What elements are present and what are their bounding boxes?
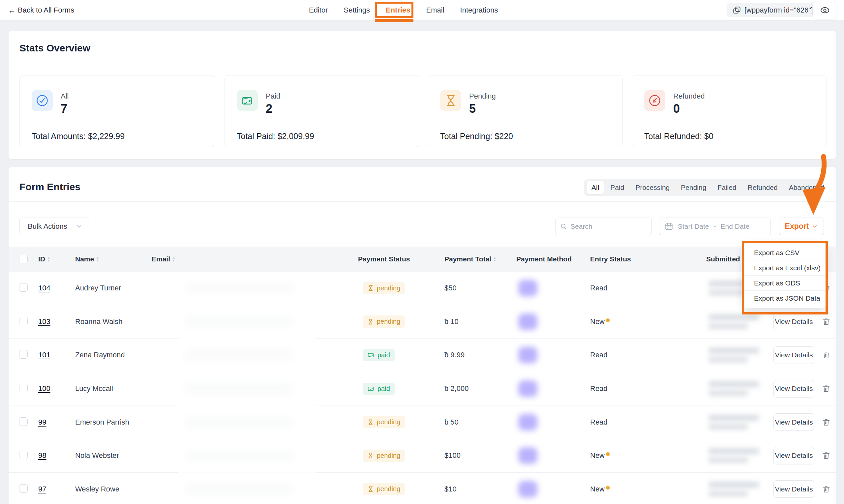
row-checkbox-cell — [8, 417, 35, 427]
redacted-line — [709, 348, 759, 353]
back-to-all-forms-button[interactable]: ← Back to All Forms — [0, 0, 75, 20]
entry-status-label: Read — [590, 284, 608, 292]
view-details-button[interactable]: View Details — [773, 346, 814, 364]
entry-id-link[interactable]: 100 — [38, 384, 51, 393]
filter-paid[interactable]: Paid — [606, 181, 629, 194]
entry-id-link[interactable]: 103 — [38, 318, 51, 326]
divider — [32, 125, 202, 125]
delete-entry-button[interactable] — [822, 485, 831, 494]
table-row: 103Roanna Walshpendingƀ 10New●View Detai… — [8, 305, 836, 339]
row-checkbox[interactable] — [19, 350, 28, 359]
delete-entry-button[interactable] — [822, 317, 831, 326]
table-header-row: ID▴▾ Name▴▾ Email▴▾ Payment Status Payme… — [8, 247, 836, 272]
entry-status-cell: Read — [587, 418, 703, 427]
payment-total: $100 — [445, 451, 461, 460]
payment-status-label: paid — [377, 385, 390, 393]
divider — [8, 201, 836, 202]
tab-editor[interactable]: Editor — [309, 6, 328, 15]
export-menu-item-1[interactable]: Export as Excel (xlsv) — [744, 260, 826, 275]
payment-status-badge: pending — [363, 450, 405, 462]
entry-status: New● — [590, 485, 611, 493]
export-menu-item-3[interactable]: Export as JSON Data — [744, 291, 826, 306]
payment-method-redacted-badge — [518, 380, 537, 397]
sort-icon[interactable]: ▴▾ — [494, 256, 496, 262]
export-button[interactable]: Export — [779, 218, 824, 235]
entry-email-cell — [148, 316, 355, 327]
row-checkbox[interactable] — [19, 384, 28, 392]
sort-icon[interactable]: ▴▾ — [48, 256, 50, 262]
payment-method-cell — [513, 380, 587, 397]
payment-total: ƀ 2,000 — [445, 384, 468, 393]
export-menu-item-0[interactable]: Export as CSV — [744, 245, 826, 260]
row-checkbox[interactable] — [19, 283, 28, 292]
tab-settings[interactable]: Settings — [343, 6, 370, 15]
entry-email-cell — [148, 383, 355, 394]
view-details-button[interactable]: View Details — [773, 447, 814, 465]
filter-pending[interactable]: Pending — [676, 181, 711, 194]
view-details-button[interactable]: View Details — [773, 313, 814, 330]
payment-status-label: pending — [377, 318, 400, 325]
filter-abandoned[interactable]: Abandoned — [784, 181, 829, 194]
filter-refunded[interactable]: Refunded — [743, 181, 782, 194]
view-details-button[interactable]: View Details — [773, 380, 814, 398]
chevron-down-icon — [811, 223, 818, 230]
row-actions-cell: View Details — [773, 346, 836, 364]
select-all-checkbox[interactable] — [19, 255, 28, 263]
entry-id-link[interactable]: 101 — [38, 351, 51, 359]
row-checkbox[interactable] — [19, 317, 28, 325]
filter-processing[interactable]: Processing — [631, 181, 674, 194]
row-checkbox[interactable] — [19, 484, 28, 493]
column-header-email[interactable]: Email▴▾ — [148, 255, 355, 263]
entry-id-link[interactable]: 97 — [38, 485, 46, 493]
sort-icon[interactable]: ▴▾ — [96, 256, 98, 262]
bulk-actions-label: Bulk Actions — [28, 222, 67, 231]
preview-button[interactable] — [812, 1, 838, 19]
payment-status-cell: pending — [355, 450, 441, 462]
hourglass-icon — [367, 285, 374, 291]
filter-failed[interactable]: Failed — [713, 181, 741, 194]
column-header-name[interactable]: Name▴▾ — [72, 255, 148, 263]
entry-status-label: New — [590, 318, 605, 326]
end-date-placeholder[interactable]: End Date — [721, 222, 750, 230]
view-details-button[interactable]: View Details — [773, 480, 814, 498]
sort-icon[interactable]: ▴▾ — [173, 256, 175, 262]
shortcode-copy-button[interactable]: [wppayform id="626"] — [726, 3, 819, 17]
column-header-payment-total[interactable]: Payment Total▴▾ — [441, 255, 513, 263]
stats-title: Stats Overview — [19, 42, 90, 54]
bulk-actions-dropdown[interactable]: Bulk Actions — [19, 218, 89, 235]
view-details-button[interactable]: View Details — [773, 413, 814, 431]
calendar-icon — [665, 222, 673, 231]
search-input[interactable] — [570, 222, 647, 230]
tab-entries[interactable]: Entries — [386, 6, 411, 15]
entry-id-link[interactable]: 104 — [38, 284, 51, 292]
entry-status: Read — [590, 418, 608, 427]
tab-integrations[interactable]: Integrations — [460, 6, 498, 15]
stat-total: Total Paid: $2,009.99 — [237, 131, 314, 141]
filter-all[interactable]: All — [587, 181, 604, 194]
entry-email-cell — [148, 417, 355, 428]
row-checkbox[interactable] — [19, 417, 28, 426]
entry-id-link[interactable]: 98 — [38, 451, 46, 460]
row-checkbox[interactable] — [19, 451, 28, 459]
column-header-payment-method: Payment Method — [513, 255, 587, 263]
entry-name: Wesley Rowe — [75, 485, 119, 493]
start-date-placeholder[interactable]: Start Date — [678, 222, 709, 230]
delete-entry-button[interactable] — [822, 451, 831, 460]
entry-status-cell: Read — [587, 351, 703, 359]
delete-entry-button[interactable] — [822, 350, 831, 360]
select-all-checkbox-cell — [8, 255, 35, 263]
column-header-id[interactable]: ID▴▾ — [35, 255, 72, 263]
table-row: 101Zena Raymondpaidƀ 9.99ReadView Detail… — [8, 339, 836, 372]
delete-entry-button[interactable] — [822, 384, 831, 393]
date-range-picker[interactable]: Start Date - End Date — [659, 218, 771, 235]
top-bar: ← Back to All Forms Editor Settings Entr… — [0, 0, 844, 20]
export-dropdown-menu: Export as CSVExport as Excel (xlsv)Expor… — [744, 243, 826, 308]
tab-email[interactable]: Email — [426, 6, 445, 15]
export-menu-item-2[interactable]: Export as ODS — [744, 275, 826, 291]
entry-id-link[interactable]: 99 — [38, 418, 46, 426]
export-label: Export — [785, 222, 809, 231]
entry-name: Lucy Mccall — [75, 384, 113, 393]
wallet-icon — [237, 90, 258, 111]
delete-entry-button[interactable] — [822, 418, 831, 427]
back-arrow-icon: ← — [8, 6, 16, 14]
